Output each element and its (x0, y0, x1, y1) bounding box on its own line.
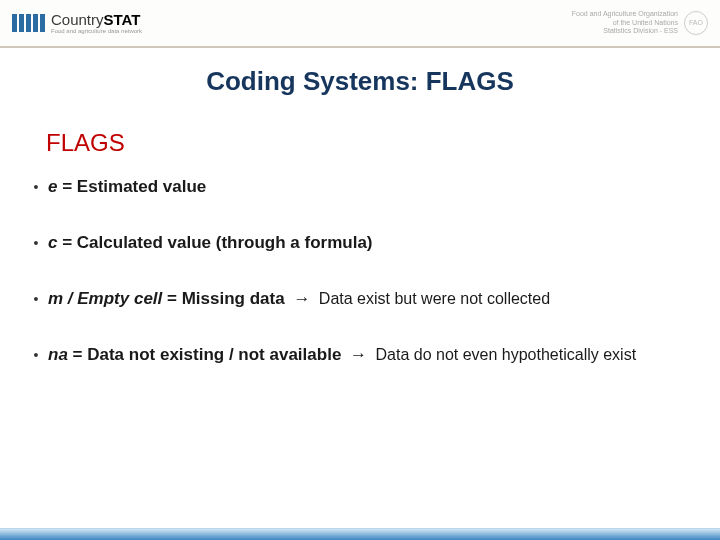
fao-line1: Food and Agriculture Organization (572, 10, 678, 18)
slide-header: CountrySTAT Food and agriculture data ne… (0, 0, 720, 48)
bullet-list: • e = Estimated value • c = Calculated v… (0, 157, 720, 365)
list-item: • m / Empty cell = Missing data → Data e… (24, 289, 696, 309)
flag-code: na (48, 345, 68, 364)
bullet-text: e = Estimated value (48, 177, 206, 197)
bullet-text: m / Empty cell = Missing data → Data exi… (48, 289, 550, 309)
fao-line3: Statistics Division - ESS (572, 27, 678, 35)
logo-main: CountrySTAT (51, 12, 142, 27)
flag-eq: = (57, 233, 76, 252)
bullet-dot-icon: • (24, 179, 48, 195)
logo-bars-icon (12, 14, 45, 32)
logo-bold: STAT (104, 11, 141, 28)
bullet-text: c = Calculated value (through a formula) (48, 233, 373, 253)
flag-eq: = (68, 345, 87, 364)
flag-explanation: Data do not even hypothetically exist (371, 346, 636, 363)
flag-explanation: Data exist but were not collected (314, 290, 550, 307)
arrow-icon: → (350, 345, 367, 364)
slide-footer-bar (0, 528, 720, 540)
list-item: • na = Data not existing / not available… (24, 345, 696, 365)
flag-eq: = (57, 177, 76, 196)
logo-text: CountrySTAT Food and agriculture data ne… (51, 12, 142, 34)
logo-plain: Country (51, 11, 104, 28)
section-heading: FLAGS (46, 129, 720, 157)
flag-code: m / Empty cell (48, 289, 162, 308)
fao-line2: of the United Nations (572, 19, 678, 27)
bullet-dot-icon: • (24, 291, 48, 307)
bullet-dot-icon: • (24, 347, 48, 363)
flag-label: Data not existing / not available (87, 345, 346, 364)
bullet-text: na = Data not existing / not available →… (48, 345, 636, 365)
flag-eq: = (162, 289, 181, 308)
bullet-dot-icon: • (24, 235, 48, 251)
arrow-icon: → (293, 289, 310, 308)
header-right: Food and Agriculture Organization of the… (572, 10, 708, 35)
flag-label: Missing data (182, 289, 290, 308)
fao-logo-icon: FAO (684, 11, 708, 35)
brand-logo: CountrySTAT Food and agriculture data ne… (12, 12, 142, 34)
logo-subtitle: Food and agriculture data network (51, 28, 142, 34)
flag-label: Calculated value (through a formula) (77, 233, 373, 252)
fao-text: Food and Agriculture Organization of the… (572, 10, 678, 35)
flag-label: Estimated value (77, 177, 206, 196)
list-item: • c = Calculated value (through a formul… (24, 233, 696, 253)
slide-title: Coding Systems: FLAGS (0, 66, 720, 97)
list-item: • e = Estimated value (24, 177, 696, 197)
